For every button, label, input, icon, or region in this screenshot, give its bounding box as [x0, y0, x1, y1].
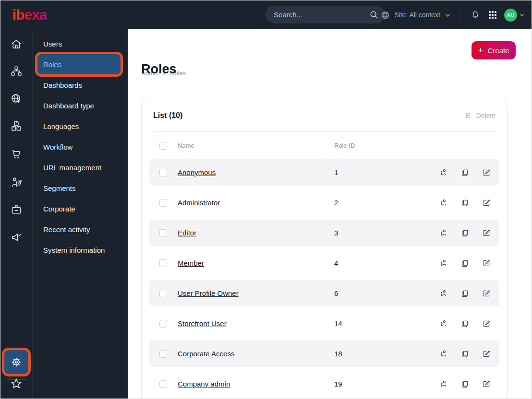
- edit-role-button[interactable]: [482, 198, 491, 208]
- table-row: Member 4: [149, 250, 499, 276]
- assign-users-icon: [439, 289, 448, 298]
- edit-icon: [482, 319, 491, 328]
- edit-role-button[interactable]: [482, 228, 491, 238]
- copy-role-button[interactable]: [460, 258, 470, 268]
- row-checkbox[interactable]: [159, 199, 167, 207]
- role-name-link[interactable]: Anonymous: [178, 168, 334, 176]
- table-row: Editor 3: [149, 220, 499, 246]
- assign-users-icon: [439, 198, 448, 207]
- edit-icon: [482, 289, 491, 298]
- top-bar: ibexa Site: All context: [0, 0, 532, 29]
- sidebar-item-roles[interactable]: Roles: [37, 54, 121, 74]
- search-icon[interactable]: [370, 11, 378, 19]
- personalization-icon[interactable]: [10, 176, 23, 189]
- product-catalog-icon[interactable]: [10, 119, 23, 133]
- ibexa-logo[interactable]: ibexa: [12, 7, 47, 23]
- assign-users-button[interactable]: [438, 379, 448, 389]
- delete-button[interactable]: Delete: [464, 111, 496, 119]
- sidebar-item-languages[interactable]: Languages: [37, 116, 121, 136]
- role-name-link[interactable]: Editor: [178, 229, 334, 237]
- role-name-link[interactable]: User Profile Owner: [178, 289, 334, 297]
- edit-icon: [482, 168, 491, 177]
- row-checkbox[interactable]: [159, 320, 167, 328]
- sidebar-item-workflow[interactable]: Workflow: [37, 137, 121, 157]
- edit-role-button[interactable]: [482, 349, 491, 359]
- assign-users-button[interactable]: [438, 349, 448, 359]
- site-icon[interactable]: [10, 92, 23, 106]
- edit-role-button[interactable]: [482, 379, 491, 389]
- role-name-link[interactable]: Administrator: [178, 199, 334, 207]
- copy-icon: [460, 319, 469, 328]
- campaigns-icon[interactable]: [10, 231, 23, 244]
- app-switcher-button[interactable]: [487, 10, 498, 20]
- content-structure-icon[interactable]: [10, 65, 23, 78]
- row-actions: [438, 198, 493, 208]
- trash-icon: [464, 111, 472, 119]
- create-button[interactable]: + Create: [472, 41, 516, 59]
- row-actions: [438, 289, 493, 298]
- row-checkbox[interactable]: [159, 229, 167, 237]
- search-input[interactable]: [274, 11, 370, 19]
- sidebar-item-dashboard-type[interactable]: Dashboard type: [37, 95, 121, 116]
- sidebar-item-url-management[interactable]: URL management: [37, 157, 121, 177]
- sidebar-item-recent-activity[interactable]: Recent activity: [37, 219, 121, 239]
- role-name-link[interactable]: Company admin: [178, 380, 334, 388]
- table-row: Administrator 2: [149, 189, 499, 216]
- global-search: [266, 6, 385, 23]
- role-name-link[interactable]: Member: [178, 259, 334, 267]
- table-row: User Profile Owner 6: [149, 280, 499, 306]
- edit-role-button[interactable]: [482, 289, 491, 298]
- assign-users-icon: [439, 168, 448, 177]
- role-id-value: 19: [334, 380, 438, 388]
- star-icon: [10, 377, 23, 390]
- assign-users-button[interactable]: [438, 258, 448, 268]
- edit-role-button[interactable]: [482, 168, 491, 177]
- copy-role-button[interactable]: [460, 349, 470, 359]
- sidebar-item-segments[interactable]: Segments: [37, 178, 121, 198]
- assign-users-button[interactable]: [438, 289, 448, 298]
- copy-role-button[interactable]: [460, 168, 470, 177]
- settings-button[interactable]: [4, 350, 28, 374]
- select-all-checkbox[interactable]: [159, 142, 167, 150]
- notifications-button[interactable]: [470, 9, 481, 21]
- customer-portal-icon[interactable]: [10, 203, 23, 216]
- edit-role-button[interactable]: [482, 319, 491, 329]
- assign-users-button[interactable]: [438, 228, 448, 238]
- table-header-row: Name Role ID: [149, 132, 499, 159]
- role-name-link[interactable]: Storefront User: [178, 319, 334, 328]
- row-checkbox[interactable]: [159, 259, 167, 267]
- assign-users-button[interactable]: [438, 198, 448, 208]
- user-menu[interactable]: AU: [504, 9, 525, 22]
- table-row: Anonymous 1: [149, 159, 499, 186]
- copy-role-button[interactable]: [460, 228, 470, 238]
- role-name-link[interactable]: Corporate Access: [178, 350, 334, 358]
- assign-users-icon: [439, 258, 448, 268]
- copy-role-button[interactable]: [460, 379, 470, 389]
- sidebar-item-dashboards[interactable]: Dashboards: [37, 75, 121, 95]
- home-icon[interactable]: [10, 37, 23, 51]
- copy-role-button[interactable]: [460, 319, 470, 329]
- assign-users-button[interactable]: [438, 168, 448, 177]
- site-context-selector[interactable]: Site: All context: [381, 11, 451, 20]
- sidebar-item-system-information[interactable]: System information: [37, 240, 121, 260]
- row-checkbox[interactable]: [159, 380, 167, 388]
- row-checkbox[interactable]: [159, 350, 167, 358]
- assign-users-button[interactable]: [438, 319, 448, 329]
- copy-icon: [460, 229, 469, 237]
- copy-role-button[interactable]: [460, 198, 470, 208]
- bookmarks-button[interactable]: [10, 377, 23, 390]
- edit-icon: [482, 228, 491, 237]
- copy-role-button[interactable]: [460, 289, 470, 298]
- row-checkbox[interactable]: [159, 290, 167, 297]
- role-id-value: 6: [334, 289, 438, 297]
- edit-icon: [482, 198, 491, 207]
- copy-icon: [460, 199, 469, 207]
- sidebar-item-users[interactable]: Users: [37, 34, 121, 54]
- edit-role-button[interactable]: [482, 258, 491, 268]
- row-checkbox[interactable]: [159, 169, 167, 176]
- main-content: Admin > Roles + Create Roles List (10): [128, 29, 532, 399]
- commerce-icon[interactable]: [10, 147, 23, 161]
- topbar-right-cluster: Site: All context: [381, 0, 525, 29]
- sidebar-item-corporate[interactable]: Corporate: [37, 199, 121, 219]
- role-id-value: 3: [334, 229, 438, 237]
